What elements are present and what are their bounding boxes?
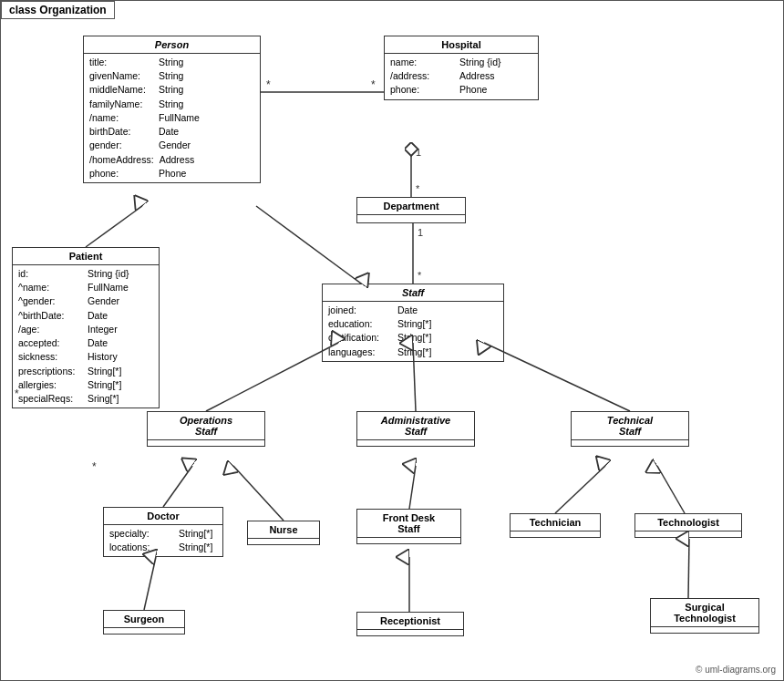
class-technologist: Technologist <box>634 513 742 538</box>
admin-staff-header: AdministrativeStaff <box>357 412 474 440</box>
front-desk-staff-header: Front DeskStaff <box>357 510 460 538</box>
admin-staff-body <box>357 440 474 446</box>
class-surgeon: Surgeon <box>103 610 185 635</box>
svg-text:*: * <box>92 460 97 473</box>
surgeon-body <box>104 628 184 634</box>
technician-body <box>511 531 600 537</box>
nurse-header: Nurse <box>248 521 319 539</box>
patient-body: id:String {id} ^name:FullName ^gender:Ge… <box>13 265 159 408</box>
class-department: Department <box>356 197 466 223</box>
tech-staff-header: TechnicalStaff <box>572 412 688 440</box>
staff-body: joined:Date education:String[*] certific… <box>323 302 503 361</box>
svg-line-20 <box>409 466 416 509</box>
watermark: © uml-diagrams.org <box>696 665 776 675</box>
svg-text:*: * <box>418 270 422 281</box>
svg-line-15 <box>206 343 338 411</box>
class-tech-staff: TechnicalStaff <box>571 411 689 447</box>
svg-line-25 <box>688 539 689 598</box>
doctor-header: Doctor <box>104 508 222 525</box>
front-desk-staff-body <box>357 538 460 543</box>
department-header: Department <box>357 198 465 215</box>
surgical-technologist-header: SurgicalTechnologist <box>651 599 758 627</box>
svg-text:1: 1 <box>418 227 423 238</box>
svg-line-17 <box>484 343 630 411</box>
patient-header: Patient <box>13 248 159 265</box>
svg-text:*: * <box>416 183 420 194</box>
staff-header: Staff <box>323 284 503 302</box>
class-receptionist: Receptionist <box>356 612 464 636</box>
svg-text:*: * <box>371 78 376 91</box>
receptionist-header: Receptionist <box>357 613 463 630</box>
technician-header: Technician <box>511 514 600 531</box>
svg-text:*: * <box>266 78 271 91</box>
technologist-body <box>635 531 741 537</box>
nurse-body <box>248 539 319 544</box>
class-patient: Patient id:String {id} ^name:FullName ^g… <box>12 247 160 408</box>
diagram-container: class Organization Person title:String g… <box>0 0 784 681</box>
svg-line-13 <box>256 206 361 284</box>
technologist-header: Technologist <box>635 514 741 531</box>
diagram-title: class Organization <box>1 1 115 19</box>
svg-line-22 <box>657 466 685 513</box>
class-hospital: Hospital name:String {id} /address:Addre… <box>384 36 539 100</box>
class-admin-staff: AdministrativeStaff <box>356 411 475 447</box>
class-technician: Technician <box>510 513 601 538</box>
person-header: Person <box>84 36 260 54</box>
operations-staff-header: OperationsStaff <box>148 412 264 440</box>
svg-text:1: 1 <box>416 147 421 158</box>
operations-staff-body <box>148 440 264 446</box>
class-front-desk-staff: Front DeskStaff <box>356 509 461 544</box>
svg-line-18 <box>163 466 192 507</box>
hospital-header: Hospital <box>385 36 538 54</box>
hospital-body: name:String {id} /address:Address phone:… <box>385 54 538 99</box>
class-doctor: Doctor specialty:String[*] locations:Str… <box>103 507 223 557</box>
department-body <box>357 215 465 222</box>
tech-staff-body <box>572 440 688 446</box>
class-person: Person title:String givenName:String mid… <box>83 36 261 183</box>
svg-line-21 <box>555 466 605 513</box>
svg-line-19 <box>233 466 284 521</box>
class-surgical-technologist: SurgicalTechnologist <box>650 598 759 634</box>
class-operations-staff: OperationsStaff <box>147 411 265 447</box>
surgical-technologist-body <box>651 627 758 633</box>
surgeon-header: Surgeon <box>104 611 184 628</box>
person-body: title:String givenName:String middleName… <box>84 54 260 182</box>
class-staff: Staff joined:Date education:String[*] ce… <box>322 284 504 362</box>
doctor-body: specialty:String[*] locations:String[*] <box>104 525 222 556</box>
receptionist-body <box>357 630 463 635</box>
svg-line-23 <box>144 557 156 610</box>
class-nurse: Nurse <box>247 521 320 545</box>
svg-line-12 <box>86 206 142 247</box>
